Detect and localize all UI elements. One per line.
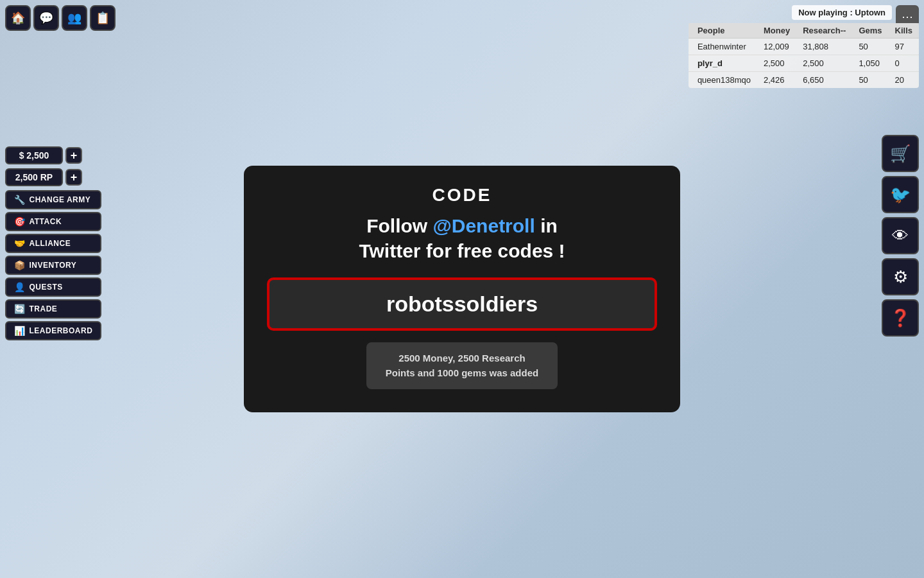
modal-title: CODE — [432, 185, 492, 206]
modal-overlay: CODE Follow @Denetroll inTwitter for fre… — [0, 0, 924, 578]
code-input[interactable] — [272, 283, 652, 326]
success-message: 2500 Money, 2500 ResearchPoints and 1000… — [366, 342, 558, 389]
code-input-wrapper[interactable] — [267, 277, 657, 331]
follow-prefix: Follow — [366, 215, 432, 236]
modal-follow-text: Follow @Denetroll inTwitter for free cod… — [359, 213, 565, 263]
twitter-handle: @Denetroll — [433, 215, 535, 236]
code-modal: CODE Follow @Denetroll inTwitter for fre… — [244, 166, 680, 412]
